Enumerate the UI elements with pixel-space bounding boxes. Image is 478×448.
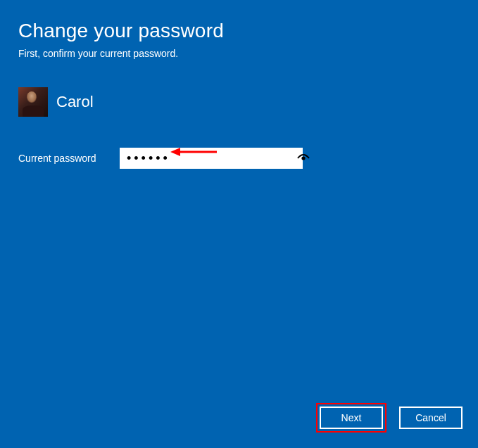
- password-field-row: Current password: [18, 148, 460, 169]
- dialog-content: Change your password First, confirm your…: [0, 0, 478, 188]
- user-info: Carol: [18, 87, 460, 117]
- user-avatar: [18, 87, 48, 117]
- page-title: Change your password: [18, 20, 460, 42]
- svg-point-0: [301, 156, 305, 160]
- user-name: Carol: [56, 93, 94, 111]
- next-button[interactable]: Next: [320, 407, 383, 429]
- current-password-label: Current password: [18, 153, 107, 164]
- reveal-password-button[interactable]: [297, 148, 310, 169]
- action-buttons: Next Cancel: [316, 403, 463, 433]
- eye-icon: [297, 152, 310, 165]
- password-input-wrapper: [120, 148, 303, 169]
- page-subtitle: First, confirm your current password.: [18, 48, 460, 59]
- cancel-button[interactable]: Cancel: [399, 407, 463, 429]
- next-button-highlight: Next: [316, 403, 386, 433]
- current-password-input[interactable]: [120, 148, 297, 169]
